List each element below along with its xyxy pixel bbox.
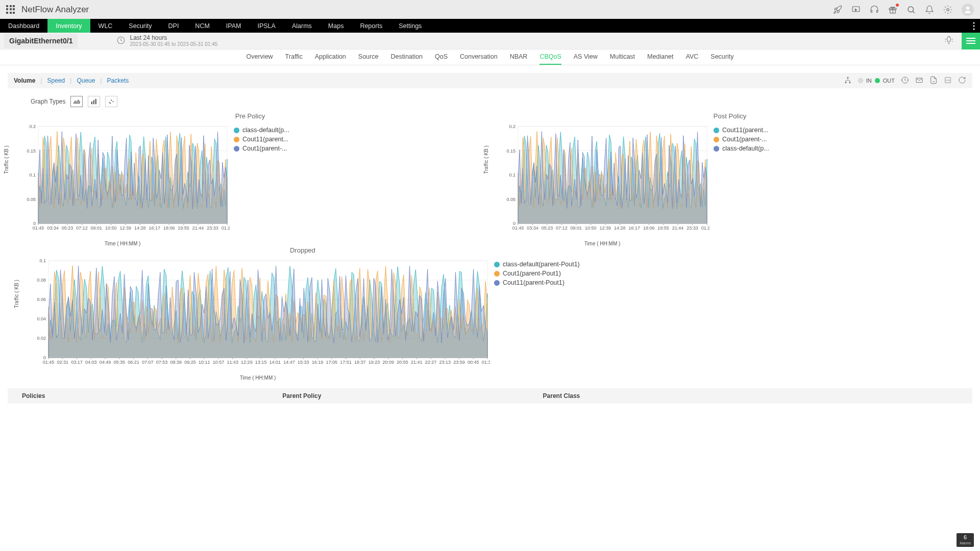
svg-rect-11: [845, 82, 846, 83]
legend-item[interactable]: class-default(parent-Pout1): [494, 261, 580, 268]
svg-text:07:53: 07:53: [156, 360, 168, 365]
chart-svg[interactable]: 00.020.040.060.080.101:4502:3103:1704:03…: [26, 258, 490, 373]
tab-conversation[interactable]: Conversation: [460, 49, 498, 65]
apps-grid-icon[interactable]: [6, 5, 15, 14]
rocket-icon[interactable]: [833, 5, 842, 14]
tab-avc[interactable]: AVC: [686, 49, 699, 65]
filter-link-queue[interactable]: Queue: [77, 77, 95, 84]
chart-svg[interactable]: 00.050.10.150.201:4503:3405:2307:1209:01…: [15, 124, 230, 239]
svg-text:14:01: 14:01: [270, 360, 281, 365]
in-label: IN: [866, 78, 872, 84]
graph-type-area-button[interactable]: [70, 96, 83, 107]
nav-wlc[interactable]: WLC: [90, 19, 121, 33]
tab-as-view[interactable]: AS View: [574, 49, 598, 65]
svg-text:15:33: 15:33: [298, 360, 309, 365]
svg-text:01:45: 01:45: [512, 226, 524, 231]
hamburger-menu-button[interactable]: [962, 33, 980, 49]
chart-legend-post: Cout11(parent...Cout1(parent-...class-de…: [709, 124, 769, 246]
nav-inventory[interactable]: Inventory: [47, 19, 90, 33]
tab-multicast[interactable]: Multicast: [610, 49, 635, 65]
nav-reports[interactable]: Reports: [352, 19, 390, 33]
email-icon[interactable]: [915, 76, 923, 86]
tab-medianet[interactable]: Medianet: [647, 49, 673, 65]
tab-security[interactable]: Security: [710, 49, 733, 65]
headset-icon[interactable]: [870, 5, 879, 14]
svg-text:04:49: 04:49: [100, 360, 111, 365]
tab-traffic[interactable]: Traffic: [285, 49, 303, 65]
svg-text:10:50: 10:50: [585, 226, 597, 231]
filter-bar: Volume | Speed | Queue | Packets IN OUT …: [8, 73, 972, 88]
nav-settings[interactable]: Settings: [390, 19, 430, 33]
schedule-icon[interactable]: [901, 76, 909, 86]
gear-icon[interactable]: [943, 5, 952, 14]
search-icon[interactable]: [906, 5, 916, 14]
svg-text:0.15: 0.15: [27, 148, 36, 154]
svg-text:0.15: 0.15: [506, 148, 516, 154]
svg-text:01:45: 01:45: [33, 226, 44, 231]
th-parent-policy[interactable]: Parent Policy: [268, 392, 528, 399]
gift-icon[interactable]: [888, 5, 897, 14]
hierarchy-icon[interactable]: [844, 76, 852, 86]
tab-source[interactable]: Source: [358, 49, 379, 65]
bell-icon[interactable]: [925, 5, 934, 14]
csv-icon[interactable]: CSV: [944, 76, 952, 86]
legend-item[interactable]: Cout1(parent-...: [714, 136, 769, 143]
in-out-toggle[interactable]: IN OUT: [858, 78, 895, 84]
legend-item[interactable]: Cout1(parent-Pout1): [494, 270, 580, 277]
svg-text:08:39: 08:39: [170, 360, 182, 365]
svg-text:22:27: 22:27: [425, 360, 437, 365]
nav-ipsla[interactable]: IPSLA: [249, 19, 283, 33]
nav-ipam[interactable]: IPAM: [218, 19, 250, 33]
refresh-icon[interactable]: [958, 76, 966, 86]
legend-item[interactable]: Cout11(parent...: [714, 127, 769, 134]
nav-ncm[interactable]: NCM: [187, 19, 217, 33]
tab-application[interactable]: Application: [315, 49, 346, 65]
svg-text:23:13: 23:13: [439, 360, 451, 365]
spotlight-icon[interactable]: [940, 32, 958, 51]
chart-svg[interactable]: 00.050.10.150.201:4503:3405:2307:1209:01…: [495, 124, 709, 239]
pdf-icon[interactable]: [929, 76, 938, 86]
svg-point-21: [111, 99, 112, 101]
svg-text:0.1: 0.1: [509, 172, 516, 178]
nav-dashboard[interactable]: Dashboard: [0, 19, 47, 33]
svg-text:07:12: 07:12: [556, 226, 568, 231]
legend-item[interactable]: Cout1(parent-...: [234, 145, 289, 152]
chart-pre-policy: Pre Policy Traffic ( KB )00.050.10.150.2…: [10, 112, 490, 246]
graph-type-scatter-button[interactable]: [105, 96, 117, 107]
nav-maps[interactable]: Maps: [320, 19, 352, 33]
nav-dpi[interactable]: DPI: [160, 19, 187, 33]
legend-item[interactable]: class-default(p...: [234, 127, 289, 134]
svg-text:18:06: 18:06: [643, 226, 655, 231]
svg-text:0.06: 0.06: [37, 297, 46, 302]
filter-link-speed[interactable]: Speed: [47, 77, 65, 84]
filter-link-packets[interactable]: Packets: [107, 77, 129, 84]
svg-text:13:15: 13:15: [255, 360, 267, 365]
legend-item[interactable]: Cout11(parent...: [234, 136, 289, 143]
tab-nbar[interactable]: NBAR: [510, 49, 528, 65]
th-policies[interactable]: Policies: [8, 392, 268, 399]
tab-cbqos[interactable]: CBQoS: [540, 49, 561, 65]
legend-item[interactable]: class-default(p...: [714, 145, 769, 152]
svg-text:14:47: 14:47: [283, 360, 295, 365]
svg-text:19:55: 19:55: [178, 226, 189, 231]
filter-mode-volume[interactable]: Volume: [14, 77, 35, 84]
svg-text:20:55: 20:55: [397, 360, 408, 365]
svg-text:14:28: 14:28: [134, 226, 146, 231]
svg-text:01:22: 01:22: [222, 226, 230, 231]
nav-alarms[interactable]: Alarms: [284, 19, 320, 33]
nav-security[interactable]: Security: [120, 19, 160, 33]
nav-more-icon[interactable]: [968, 19, 980, 33]
svg-point-3: [908, 7, 914, 12]
svg-text:03:34: 03:34: [47, 226, 59, 231]
screen-icon[interactable]: [851, 5, 861, 14]
tab-overview[interactable]: Overview: [247, 49, 273, 65]
tab-qos[interactable]: QoS: [435, 49, 448, 65]
svg-rect-10: [847, 77, 848, 79]
legend-item[interactable]: Cout11(parent-Pout1): [494, 279, 580, 286]
clock-icon: [116, 36, 126, 46]
time-range-block[interactable]: Last 24 hours 2023-05-30 01:45 to 2023-0…: [130, 34, 217, 47]
th-parent-class[interactable]: Parent Class: [529, 392, 789, 399]
user-avatar[interactable]: [962, 4, 974, 16]
tab-destination[interactable]: Destination: [390, 49, 423, 65]
graph-type-bar-button[interactable]: [88, 96, 100, 107]
